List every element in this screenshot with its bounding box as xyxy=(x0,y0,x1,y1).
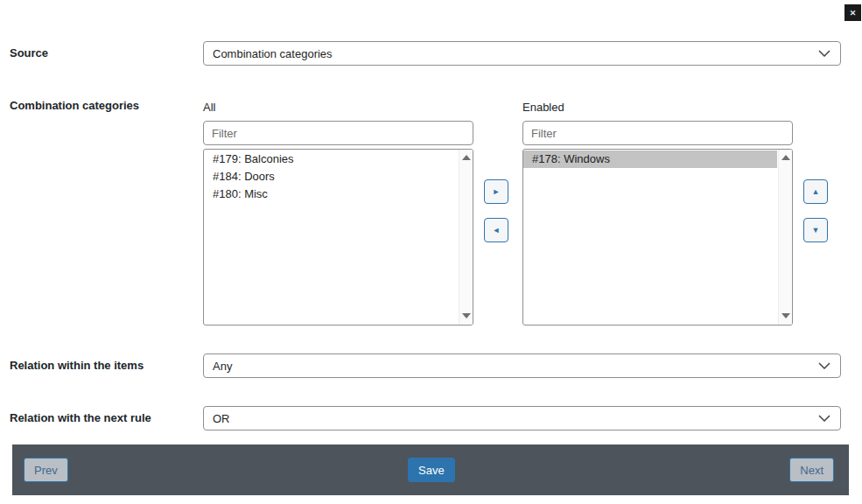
list-item[interactable]: #179: Balconies xyxy=(204,150,458,168)
chevron-down-icon xyxy=(818,415,830,422)
combination-categories-label: Combination categories xyxy=(10,100,139,112)
all-list-label: All xyxy=(203,102,215,114)
enabled-listbox[interactable]: #178: Windows xyxy=(522,149,793,326)
list-item[interactable]: #180: Misc xyxy=(204,186,458,203)
list-item[interactable]: #184: Doors xyxy=(204,168,458,186)
relation-within-select-value: Any xyxy=(213,360,232,373)
move-left-button[interactable]: ◄ xyxy=(484,218,508,242)
chevron-down-icon xyxy=(818,362,830,369)
enabled-list-label: Enabled xyxy=(522,102,564,114)
arrow-up-icon: ▲ xyxy=(812,188,820,196)
source-label: Source xyxy=(10,47,48,60)
footer-bar: Prev Save Next xyxy=(12,444,849,495)
source-select-value: Combination categories xyxy=(213,47,333,60)
arrow-left-icon: ◄ xyxy=(493,227,501,234)
close-button[interactable]: ✕ xyxy=(844,4,861,21)
prev-button[interactable]: Prev xyxy=(24,458,68,482)
enabled-filter-input[interactable] xyxy=(522,121,793,145)
all-listbox-scrollbar[interactable] xyxy=(459,150,473,325)
save-button[interactable]: Save xyxy=(408,458,455,482)
all-listbox[interactable]: #179: Balconies#184: Doors#180: Misc xyxy=(203,149,473,326)
scroll-up-icon[interactable] xyxy=(459,153,473,164)
relation-next-select[interactable]: OR xyxy=(203,406,841,430)
all-filter-input[interactable] xyxy=(203,121,473,145)
move-up-button[interactable]: ▲ xyxy=(803,179,828,204)
scroll-down-icon[interactable] xyxy=(779,311,793,321)
enabled-listbox-scrollbar[interactable] xyxy=(778,150,792,325)
scroll-up-icon[interactable] xyxy=(779,153,793,164)
arrow-down-icon: ▼ xyxy=(812,227,820,234)
chevron-down-icon xyxy=(818,50,830,57)
relation-within-label: Relation within the items xyxy=(10,360,144,372)
list-item[interactable]: #178: Windows xyxy=(523,150,777,168)
relation-within-select[interactable]: Any xyxy=(203,354,841,378)
move-down-button[interactable]: ▼ xyxy=(803,218,828,242)
next-button[interactable]: Next xyxy=(789,458,834,482)
relation-next-label: Relation with the next rule xyxy=(10,412,151,424)
move-right-button[interactable]: ► xyxy=(484,179,508,204)
source-select[interactable]: Combination categories xyxy=(203,41,841,66)
arrow-right-icon: ► xyxy=(493,188,501,196)
relation-next-select-value: OR xyxy=(213,412,230,425)
close-icon: ✕ xyxy=(850,9,857,18)
scroll-down-icon[interactable] xyxy=(459,311,473,321)
